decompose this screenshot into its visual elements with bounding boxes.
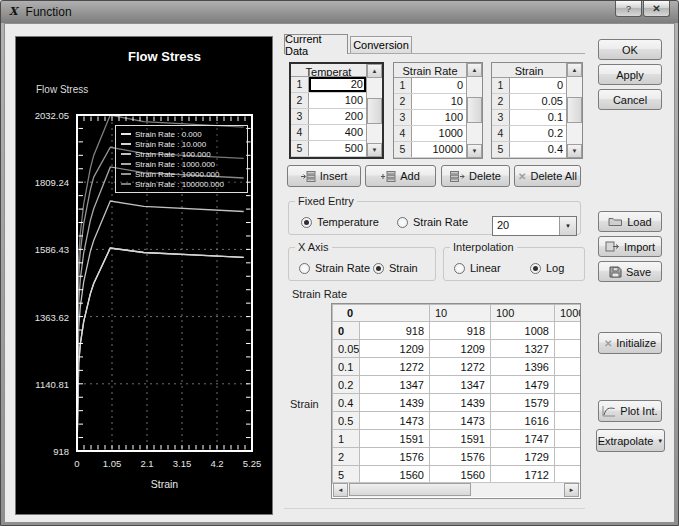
matrix-row-header[interactable]: 1	[333, 430, 360, 448]
apply-button[interactable]: Apply	[598, 64, 662, 85]
row-number-cell[interactable]: 3	[492, 110, 510, 125]
save-button[interactable]: Save	[598, 261, 662, 282]
close-button[interactable]: ✕	[643, 1, 670, 17]
scroll-right-button[interactable]: ►	[564, 483, 579, 497]
matrix-row-header[interactable]: 2	[333, 448, 360, 466]
row-number-cell[interactable]: 1	[291, 77, 309, 92]
matrix-cell[interactable]: 1729	[491, 448, 555, 466]
scroll-up-button[interactable]: ▲	[467, 63, 482, 77]
matrix-cell[interactable]: 1712	[491, 466, 555, 484]
temperature-radio[interactable]: Temperature	[301, 216, 379, 228]
matrix-row-header[interactable]: 0.2	[333, 376, 360, 394]
tab-current-data[interactable]: Current Data	[284, 34, 348, 54]
matrix-cell[interactable]: 1560	[430, 466, 491, 484]
row-number-cell[interactable]: 2	[291, 93, 309, 108]
value-cell[interactable]: 400	[309, 125, 366, 140]
scrollbar-thumb[interactable]	[467, 97, 482, 123]
row-number-cell[interactable]: 1	[492, 78, 510, 93]
matrix-cell[interactable]: 1347	[360, 376, 430, 394]
row-number-cell[interactable]: 5	[492, 142, 510, 157]
matrix-cell[interactable]	[555, 322, 582, 340]
matrix-cell[interactable]: 1576	[430, 448, 491, 466]
vertical-scrollbar[interactable]: ▲▼	[366, 64, 382, 157]
value-cell[interactable]: 0	[510, 78, 566, 93]
load-button[interactable]: Load	[598, 211, 662, 232]
matrix-col-header[interactable]: 1000	[555, 305, 582, 322]
matrix-cell[interactable]	[555, 412, 582, 430]
row-number-cell[interactable]: 4	[291, 125, 309, 140]
matrix-row-header[interactable]: 0.1	[333, 358, 360, 376]
cancel-button[interactable]: Cancel	[598, 89, 662, 110]
import-button[interactable]: Import	[598, 236, 662, 257]
matrix-col-header[interactable]: 0	[333, 305, 430, 322]
linear-radio[interactable]: Linear	[454, 262, 501, 274]
value-cell[interactable]: 0.2	[510, 126, 566, 141]
matrix-cell[interactable]: 1439	[360, 394, 430, 412]
scroll-down-button[interactable]: ▼	[367, 143, 382, 157]
delete-button[interactable]: Delete	[441, 165, 510, 187]
scroll-left-button[interactable]: ◄	[333, 483, 348, 497]
matrix-cell[interactable]	[555, 358, 582, 376]
log-radio[interactable]: Log	[530, 262, 564, 274]
matrix-cell[interactable]: 1209	[430, 340, 491, 358]
matrix-cell[interactable]: 1479	[491, 376, 555, 394]
matrix-cell[interactable]: 1272	[430, 358, 491, 376]
extrapolate-button[interactable]: Extrapolate ▼	[596, 429, 665, 452]
value-cell[interactable]: 100	[412, 110, 466, 125]
matrix-col-header[interactable]: 10	[430, 305, 491, 322]
scrollbar-thumb[interactable]	[567, 97, 582, 123]
matrix-cell[interactable]: 918	[360, 322, 430, 340]
matrix-col-header[interactable]: 100	[491, 305, 555, 322]
matrix-cell[interactable]: 1747	[491, 430, 555, 448]
matrix-cell[interactable]: 1560	[360, 466, 430, 484]
scroll-down-button[interactable]: ▼	[467, 144, 482, 158]
row-number-cell[interactable]: 4	[492, 126, 510, 141]
scroll-down-button[interactable]: ▼	[567, 144, 582, 158]
matrix-cell[interactable]	[555, 376, 582, 394]
matrix-cell[interactable]: 918	[430, 322, 491, 340]
matrix-cell[interactable]	[555, 430, 582, 448]
matrix-cell[interactable]	[555, 394, 582, 412]
matrix-row-header[interactable]: 0	[333, 322, 360, 340]
matrix-cell[interactable]: 1008	[491, 322, 555, 340]
value-cell[interactable]: 10000	[412, 142, 466, 157]
row-number-cell[interactable]: 1	[394, 78, 412, 93]
matrix-cell[interactable]: 1396	[491, 358, 555, 376]
scrollbar-track[interactable]	[467, 77, 482, 144]
matrix-cell[interactable]: 1591	[360, 430, 430, 448]
matrix-cell[interactable]: 1616	[491, 412, 555, 430]
matrix-cell[interactable]	[555, 466, 582, 484]
initialize-button[interactable]: ✕ Initialize	[598, 332, 662, 354]
scroll-up-button[interactable]: ▲	[367, 64, 382, 78]
scrollbar-track[interactable]	[567, 77, 582, 144]
scrollbar-track[interactable]	[348, 483, 564, 497]
window-titlebar[interactable]: X Function ? ✕	[1, 1, 678, 23]
insert-button[interactable]: Insert	[287, 165, 361, 187]
row-number-cell[interactable]: 3	[291, 109, 309, 124]
ok-button[interactable]: OK	[598, 39, 662, 60]
matrix-row-header[interactable]: 0.4	[333, 394, 360, 412]
matrix-row-header[interactable]: 0.5	[333, 412, 360, 430]
matrix-row-header[interactable]: 5	[333, 466, 360, 484]
matrix-cell[interactable]	[555, 340, 582, 358]
matrix-cell[interactable]: 1209	[360, 340, 430, 358]
value-cell[interactable]: 0	[412, 78, 466, 93]
matrix-cell[interactable]: 1272	[360, 358, 430, 376]
matrix-cell[interactable]: 1347	[430, 376, 491, 394]
add-button[interactable]: Add	[365, 165, 436, 187]
value-cell[interactable]: 1000	[412, 126, 466, 141]
matrix-row-header[interactable]: 0.05	[333, 340, 360, 358]
help-button[interactable]: ?	[615, 1, 642, 17]
scroll-up-button[interactable]: ▲	[567, 63, 582, 77]
matrix-cell[interactable]: 1579	[491, 394, 555, 412]
row-number-cell[interactable]: 4	[394, 126, 412, 141]
delete-all-button[interactable]: ✕Delete All	[514, 165, 581, 187]
fixed-entry-combobox[interactable]: 20 ▼	[492, 216, 577, 236]
value-cell[interactable]: 200	[309, 109, 366, 124]
row-number-cell[interactable]: 2	[394, 94, 412, 109]
x-axis-strain-radio[interactable]: Strain	[373, 262, 418, 274]
matrix-cell[interactable]: 1473	[430, 412, 491, 430]
value-cell[interactable]: 20	[309, 77, 366, 92]
value-cell[interactable]: 0.05	[510, 94, 566, 109]
scrollbar-track[interactable]	[367, 78, 382, 143]
